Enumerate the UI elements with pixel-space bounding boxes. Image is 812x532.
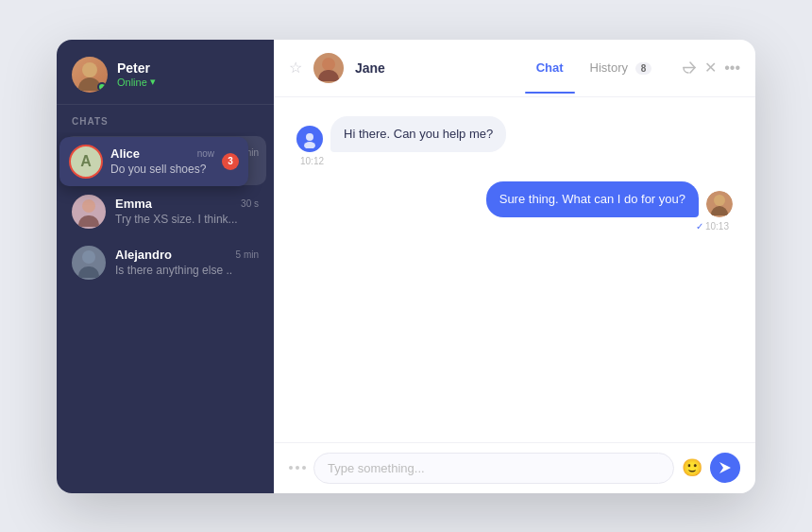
header-contact-avatar (313, 53, 344, 83)
sidebar-header: Peter Online ▾ (57, 40, 274, 105)
message-input[interactable] (313, 453, 674, 484)
alejandro-time: 5 min (236, 249, 259, 260)
chats-section-label: CHATS (57, 105, 274, 132)
chat-panel: ☆ Jane Chat History 8 (274, 40, 755, 493)
tab-chat[interactable]: Chat (525, 55, 575, 80)
emma-chat-content: Emma 30 s Try the XS size. I think... (115, 197, 259, 226)
emma-avatar (72, 195, 106, 229)
message-sender-avatar (296, 126, 323, 152)
alice-unread-badge: 3 (222, 153, 239, 170)
send-button[interactable] (710, 453, 740, 483)
options-button[interactable] (289, 466, 306, 470)
agent-info: Peter Online ▾ (117, 60, 156, 88)
app-window: Peter Online ▾ CHATS A Alice now (57, 40, 755, 493)
message-time-incoming: 10:12 (296, 156, 328, 166)
message-bubble-incoming: Hi there. Can you help me? (330, 116, 506, 152)
agent-status: Online ▾ (117, 76, 156, 88)
message-row-outgoing: Sure thing. What can I do for you? ✓10:1… (296, 181, 733, 232)
alejandro-preview: Is there anything else .. (115, 264, 259, 277)
sidebar-item-emma[interactable]: Emma 30 s Try the XS size. I think... (64, 187, 266, 236)
message-bubble-outgoing: Sure thing. What can I do for you? (486, 181, 699, 217)
alejandro-name: Alejandro (115, 248, 172, 262)
chat-messages: Hi there. Can you help me? 10:12 Sure th… (274, 97, 755, 442)
tab-history[interactable]: History 8 (579, 55, 664, 80)
alice-popup-message: Do you sell shoes? (110, 163, 214, 176)
alice-popup-time: now (197, 148, 214, 159)
alice-popup-name: Alice (110, 146, 140, 161)
chat-header: ☆ Jane Chat History 8 (274, 40, 755, 97)
agent-avatar (72, 57, 108, 93)
agent-name: Peter (117, 60, 156, 76)
alejandro-avatar (72, 246, 106, 280)
alice-popup-avatar: A (69, 145, 103, 179)
sidebar: Peter Online ▾ CHATS A Alice now (57, 40, 274, 493)
more-button[interactable]: ••• (724, 60, 740, 77)
header-actions: ✕ ••• (682, 59, 740, 77)
online-badge (97, 82, 107, 92)
alice-popup-info: Alice now Do you sell shoes? (110, 146, 214, 176)
read-tick: ✓ (696, 221, 703, 232)
share-button[interactable] (682, 61, 697, 75)
message-time-outgoing: ✓10:13 (692, 221, 733, 232)
chat-footer: 🙂 (274, 442, 755, 493)
emoji-button[interactable]: 🙂 (682, 457, 702, 478)
emma-preview: Try the XS size. I think... (115, 213, 259, 226)
svg-point-0 (306, 133, 313, 141)
emma-time: 30 s (241, 198, 259, 209)
svg-point-1 (304, 142, 315, 148)
close-button[interactable]: ✕ (704, 59, 717, 77)
header-contact-name: Jane (355, 60, 514, 76)
alejandro-chat-content: Alejandro 5 min Is there anything else .… (115, 248, 259, 277)
alice-popup[interactable]: A Alice now Do you sell shoes? 3 (59, 137, 248, 186)
message-row-incoming: Hi there. Can you help me? 10:12 (296, 116, 733, 166)
history-count-badge: 8 (635, 62, 652, 75)
agent-message-avatar (706, 191, 733, 217)
emma-name: Emma (115, 197, 152, 211)
header-tabs: Chat History 8 (525, 55, 664, 80)
sidebar-item-alejandro[interactable]: Alejandro 5 min Is there anything else .… (64, 238, 266, 287)
star-button[interactable]: ☆ (289, 59, 302, 77)
chat-list: A Alice now Do you sell shoes? 3 (57, 132, 274, 493)
